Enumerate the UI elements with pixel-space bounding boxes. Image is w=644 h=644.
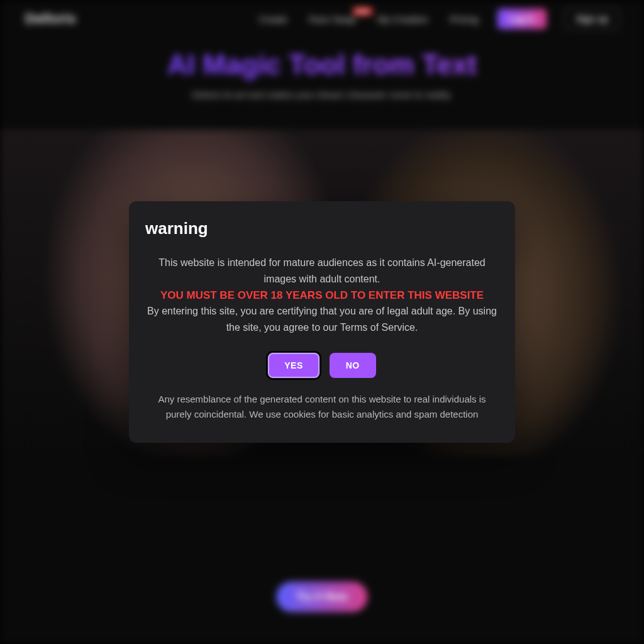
modal-overlay: warning This website is intended for mat… — [0, 0, 644, 644]
modal-paragraph-2: By entering this site, you are certifyin… — [144, 303, 500, 336]
age-warning-modal: warning This website is intended for mat… — [129, 201, 515, 443]
no-button[interactable]: NO — [330, 353, 376, 378]
modal-age-warning: YOU MUST BE OVER 18 YEARS OLD TO ENTER T… — [144, 289, 500, 302]
modal-title: warning — [144, 219, 500, 238]
yes-button[interactable]: YES — [268, 353, 319, 378]
modal-footer-text: Any resemblance of the generated content… — [144, 392, 500, 423]
modal-buttons: YES NO — [144, 353, 500, 378]
modal-paragraph-1: This website is intended for mature audi… — [144, 255, 500, 288]
